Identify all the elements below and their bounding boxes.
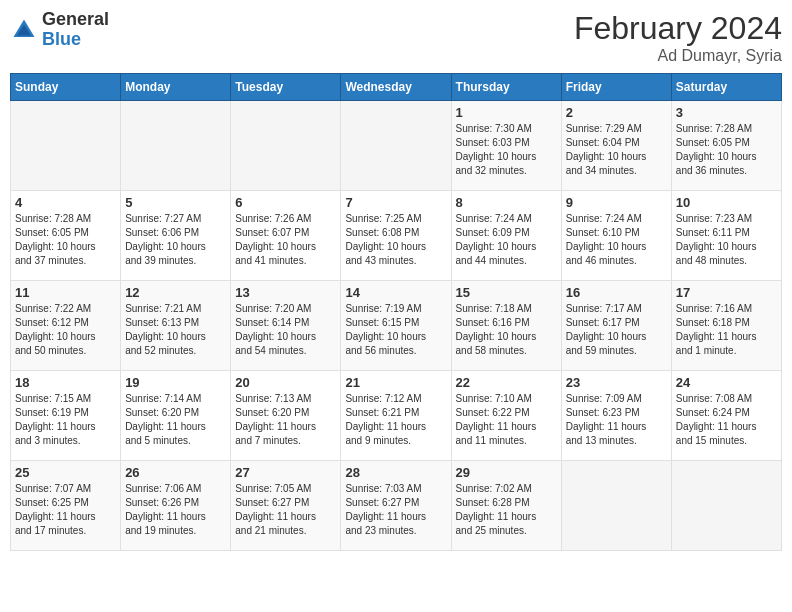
day-number: 11 <box>15 285 116 300</box>
calendar-cell: 4Sunrise: 7:28 AMSunset: 6:05 PMDaylight… <box>11 191 121 281</box>
day-content: Sunrise: 7:02 AMSunset: 6:28 PMDaylight:… <box>456 482 557 538</box>
calendar-cell: 10Sunrise: 7:23 AMSunset: 6:11 PMDayligh… <box>671 191 781 281</box>
day-content: Sunrise: 7:22 AMSunset: 6:12 PMDaylight:… <box>15 302 116 358</box>
day-content: Sunrise: 7:23 AMSunset: 6:11 PMDaylight:… <box>676 212 777 268</box>
calendar-cell: 27Sunrise: 7:05 AMSunset: 6:27 PMDayligh… <box>231 461 341 551</box>
day-content-line: and 52 minutes. <box>125 344 226 358</box>
title-area: February 2024 Ad Dumayr, Syria <box>574 10 782 65</box>
day-number: 1 <box>456 105 557 120</box>
day-number: 4 <box>15 195 116 210</box>
day-number: 13 <box>235 285 336 300</box>
day-number: 18 <box>15 375 116 390</box>
day-content: Sunrise: 7:06 AMSunset: 6:26 PMDaylight:… <box>125 482 226 538</box>
day-content-line: Sunset: 6:26 PM <box>125 496 226 510</box>
day-content-line: and 56 minutes. <box>345 344 446 358</box>
day-content-line: Sunset: 6:27 PM <box>345 496 446 510</box>
day-number: 6 <box>235 195 336 210</box>
day-content-line: Daylight: 11 hours <box>15 510 116 524</box>
day-content-line: and 59 minutes. <box>566 344 667 358</box>
day-number: 7 <box>345 195 446 210</box>
day-number: 9 <box>566 195 667 210</box>
calendar-week-1: 1Sunrise: 7:30 AMSunset: 6:03 PMDaylight… <box>11 101 782 191</box>
calendar-cell: 28Sunrise: 7:03 AMSunset: 6:27 PMDayligh… <box>341 461 451 551</box>
calendar-cell <box>671 461 781 551</box>
calendar-cell: 5Sunrise: 7:27 AMSunset: 6:06 PMDaylight… <box>121 191 231 281</box>
day-content-line: and 1 minute. <box>676 344 777 358</box>
day-content-line: Sunset: 6:03 PM <box>456 136 557 150</box>
day-content: Sunrise: 7:18 AMSunset: 6:16 PMDaylight:… <box>456 302 557 358</box>
day-content: Sunrise: 7:14 AMSunset: 6:20 PMDaylight:… <box>125 392 226 448</box>
logo-text: General Blue <box>42 10 109 50</box>
day-content: Sunrise: 7:15 AMSunset: 6:19 PMDaylight:… <box>15 392 116 448</box>
day-content-line: Sunrise: 7:12 AM <box>345 392 446 406</box>
calendar-cell <box>341 101 451 191</box>
day-content-line: Daylight: 10 hours <box>676 150 777 164</box>
day-content-line: Sunset: 6:13 PM <box>125 316 226 330</box>
day-content-line: Daylight: 10 hours <box>125 240 226 254</box>
calendar-cell: 12Sunrise: 7:21 AMSunset: 6:13 PMDayligh… <box>121 281 231 371</box>
day-content-line: Sunrise: 7:30 AM <box>456 122 557 136</box>
calendar-cell: 18Sunrise: 7:15 AMSunset: 6:19 PMDayligh… <box>11 371 121 461</box>
calendar-cell <box>11 101 121 191</box>
day-content: Sunrise: 7:24 AMSunset: 6:10 PMDaylight:… <box>566 212 667 268</box>
day-content-line: and 17 minutes. <box>15 524 116 538</box>
weekday-header-friday: Friday <box>561 74 671 101</box>
day-content-line: Daylight: 10 hours <box>456 330 557 344</box>
day-number: 26 <box>125 465 226 480</box>
calendar-cell: 21Sunrise: 7:12 AMSunset: 6:21 PMDayligh… <box>341 371 451 461</box>
day-content-line: and 32 minutes. <box>456 164 557 178</box>
day-number: 5 <box>125 195 226 210</box>
day-number: 14 <box>345 285 446 300</box>
day-number: 27 <box>235 465 336 480</box>
logo-icon <box>10 16 38 44</box>
day-content-line: and 44 minutes. <box>456 254 557 268</box>
weekday-header-wednesday: Wednesday <box>341 74 451 101</box>
day-content-line: Daylight: 10 hours <box>566 330 667 344</box>
day-content: Sunrise: 7:19 AMSunset: 6:15 PMDaylight:… <box>345 302 446 358</box>
day-content-line: and 46 minutes. <box>566 254 667 268</box>
day-content: Sunrise: 7:05 AMSunset: 6:27 PMDaylight:… <box>235 482 336 538</box>
day-content-line: Sunrise: 7:16 AM <box>676 302 777 316</box>
day-content-line: Sunset: 6:27 PM <box>235 496 336 510</box>
day-content-line: Sunrise: 7:18 AM <box>456 302 557 316</box>
day-content-line: Sunset: 6:06 PM <box>125 226 226 240</box>
day-content-line: Sunrise: 7:05 AM <box>235 482 336 496</box>
weekday-header-sunday: Sunday <box>11 74 121 101</box>
day-number: 8 <box>456 195 557 210</box>
day-content: Sunrise: 7:07 AMSunset: 6:25 PMDaylight:… <box>15 482 116 538</box>
day-number: 16 <box>566 285 667 300</box>
weekday-header-row: SundayMondayTuesdayWednesdayThursdayFrid… <box>11 74 782 101</box>
day-content-line: Daylight: 11 hours <box>456 510 557 524</box>
day-content-line: Sunrise: 7:09 AM <box>566 392 667 406</box>
day-number: 12 <box>125 285 226 300</box>
calendar-cell: 19Sunrise: 7:14 AMSunset: 6:20 PMDayligh… <box>121 371 231 461</box>
day-content-line: and 7 minutes. <box>235 434 336 448</box>
day-content-line: Daylight: 11 hours <box>235 510 336 524</box>
day-content: Sunrise: 7:20 AMSunset: 6:14 PMDaylight:… <box>235 302 336 358</box>
calendar-week-4: 18Sunrise: 7:15 AMSunset: 6:19 PMDayligh… <box>11 371 782 461</box>
day-content: Sunrise: 7:29 AMSunset: 6:04 PMDaylight:… <box>566 122 667 178</box>
day-content-line: Daylight: 11 hours <box>15 420 116 434</box>
day-content: Sunrise: 7:17 AMSunset: 6:17 PMDaylight:… <box>566 302 667 358</box>
day-content-line: Sunset: 6:05 PM <box>15 226 116 240</box>
page-header: General Blue February 2024 Ad Dumayr, Sy… <box>10 10 782 65</box>
day-number: 25 <box>15 465 116 480</box>
calendar-table: SundayMondayTuesdayWednesdayThursdayFrid… <box>10 73 782 551</box>
day-content-line: Sunrise: 7:22 AM <box>15 302 116 316</box>
day-number: 24 <box>676 375 777 390</box>
day-content-line: Sunset: 6:08 PM <box>345 226 446 240</box>
calendar-cell: 9Sunrise: 7:24 AMSunset: 6:10 PMDaylight… <box>561 191 671 281</box>
day-content-line: and 19 minutes. <box>125 524 226 538</box>
day-content: Sunrise: 7:28 AMSunset: 6:05 PMDaylight:… <box>15 212 116 268</box>
calendar-cell: 11Sunrise: 7:22 AMSunset: 6:12 PMDayligh… <box>11 281 121 371</box>
day-content-line: Sunset: 6:20 PM <box>125 406 226 420</box>
day-content-line: and 48 minutes. <box>676 254 777 268</box>
day-content-line: Sunrise: 7:06 AM <box>125 482 226 496</box>
day-content-line: Daylight: 10 hours <box>235 240 336 254</box>
day-content-line: Daylight: 10 hours <box>125 330 226 344</box>
calendar-week-5: 25Sunrise: 7:07 AMSunset: 6:25 PMDayligh… <box>11 461 782 551</box>
calendar-cell: 23Sunrise: 7:09 AMSunset: 6:23 PMDayligh… <box>561 371 671 461</box>
day-content-line: Daylight: 10 hours <box>566 150 667 164</box>
day-number: 21 <box>345 375 446 390</box>
weekday-header-monday: Monday <box>121 74 231 101</box>
